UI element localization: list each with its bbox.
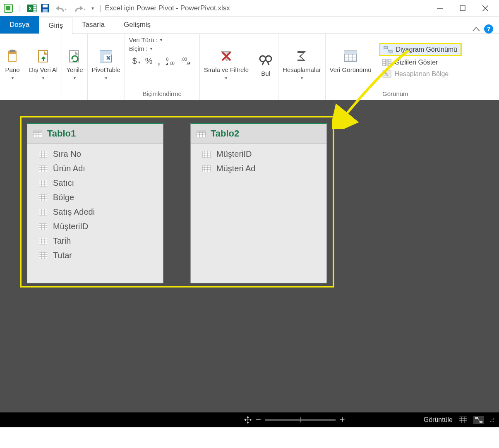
formatting-group-label: Biçimlendirme	[125, 89, 199, 100]
close-button[interactable]	[474, 0, 497, 17]
svg-rect-42	[344, 51, 357, 54]
svg-rect-60	[39, 151, 47, 158]
svg-text:.00: .00	[170, 61, 175, 66]
refresh-button[interactable]: Yenile▾	[62, 46, 87, 83]
calculation-area-button[interactable]: fx Hesaplanan Bölge	[379, 69, 462, 79]
decrease-decimal-button[interactable]: .00.0	[181, 57, 192, 66]
column-icon	[39, 165, 47, 172]
column-icon	[39, 180, 47, 187]
column-item[interactable]: Tarih	[39, 234, 163, 248]
clipboard-label: Pano	[5, 66, 19, 73]
column-icon	[39, 223, 47, 230]
ribbon: Pano▾ Dış Veri Al▾ Yenile▾ PivotTable▾ V…	[0, 34, 499, 100]
move-icon[interactable]	[244, 416, 252, 424]
increase-decimal-button[interactable]: .0.00	[166, 57, 176, 66]
window-title: Excel için Power Pivot - PowerPivot.xlsx	[105, 4, 230, 12]
minimize-button[interactable]	[428, 0, 451, 17]
svg-rect-10	[43, 9, 48, 12]
tab-design[interactable]: Tasarla	[72, 16, 114, 34]
svg-rect-18	[10, 50, 15, 52]
dataview-label: Veri Görünümü	[330, 66, 372, 73]
svg-rect-95	[39, 252, 47, 259]
column-icon	[39, 209, 47, 216]
svg-rect-111	[202, 165, 211, 172]
save-icon[interactable]	[39, 2, 51, 14]
format-dropdown[interactable]: Biçim : ▾	[129, 45, 162, 52]
pivot-label: PivotTable	[92, 66, 120, 73]
currency-button[interactable]: $ ▾	[132, 56, 140, 66]
collapse-ribbon-icon[interactable]	[473, 26, 480, 31]
app-icon[interactable]	[2, 2, 14, 14]
redo-icon[interactable]: ▾	[71, 2, 87, 14]
thousands-button[interactable]: ,	[157, 55, 160, 67]
column-item[interactable]: MüşteriID	[39, 219, 163, 234]
pivottable-button[interactable]: PivotTable▾	[88, 46, 125, 83]
zoom-slider[interactable]	[265, 419, 336, 421]
column-item[interactable]: Satış Adedi	[39, 205, 163, 219]
column-item[interactable]: MüşteriID	[202, 147, 326, 161]
zoom-control[interactable]: − +	[244, 414, 345, 425]
svg-rect-1	[6, 6, 10, 10]
hidden-label: Gizlileri Göster	[395, 59, 438, 66]
window-controls	[428, 0, 497, 17]
title-separator: |	[100, 4, 102, 12]
help-button[interactable]: ?	[484, 24, 493, 34]
svg-rect-105	[197, 130, 206, 132]
table-columns: MüşteriID Müşteri Ad	[191, 144, 326, 182]
calculations-button[interactable]: Hesaplamalar▾	[278, 46, 325, 83]
diagram-view-button[interactable]: Diyagram Görünümü	[379, 43, 462, 56]
clipboard-button[interactable]: Pano▾	[0, 46, 25, 83]
qat-separator: |	[19, 4, 21, 12]
svg-text:.0: .0	[166, 57, 169, 62]
svg-rect-19	[9, 54, 16, 61]
column-item[interactable]: Sıra No	[39, 147, 163, 161]
statusbar: − + Görüntüle	[0, 412, 499, 427]
table-header[interactable]: Tablo1	[27, 124, 163, 144]
grid-mode-icon[interactable]	[458, 416, 468, 424]
column-icon	[39, 252, 47, 259]
data-view-button[interactable]: Veri Görünümü	[326, 46, 376, 76]
maximize-button[interactable]	[451, 0, 474, 17]
show-hidden-button[interactable]: Gizlileri Göster	[379, 57, 462, 68]
excel-icon[interactable]: X	[26, 2, 38, 14]
column-item[interactable]: Ürün Adı	[39, 161, 163, 176]
find-button[interactable]: Bul	[253, 50, 278, 79]
table-card-tablo2[interactable]: Tablo2 MüşteriID Müşteri Ad	[190, 123, 327, 283]
qat-customize-icon[interactable]: ▾	[89, 2, 96, 14]
find-label: Bul	[261, 70, 270, 77]
svg-point-128	[493, 419, 494, 420]
tab-home[interactable]: Giriş	[39, 17, 72, 34]
column-item[interactable]: Müşteri Ad	[202, 161, 326, 176]
calcarea-label: Hesaplanan Bölge	[395, 70, 449, 78]
sort-filter-button[interactable]: Sırala ve Filtrele▾	[200, 46, 253, 83]
table-card-tablo1[interactable]: Tablo1 Sıra No Ürün Adı Satıcı Bölge Sat…	[27, 123, 163, 283]
svg-rect-59	[33, 130, 42, 132]
column-item[interactable]: Tutar	[39, 248, 163, 263]
svg-rect-90	[39, 238, 47, 244]
svg-rect-24	[100, 50, 112, 55]
zoom-out-button[interactable]: −	[256, 414, 261, 425]
diagram-canvas[interactable]: Tablo1 Sıra No Ürün Adı Satıcı Bölge Sat…	[0, 100, 499, 412]
svg-rect-44	[389, 50, 392, 53]
percent-button[interactable]: %	[145, 56, 153, 66]
sortfilter-label: Sırala ve Filtrele	[204, 66, 249, 73]
column-item[interactable]: Satıcı	[39, 176, 163, 190]
svg-rect-14	[460, 6, 465, 11]
diagram-mode-icon[interactable]	[473, 416, 484, 424]
datatype-dropdown[interactable]: Veri Türü : ▾	[129, 36, 162, 43]
svg-point-126	[493, 418, 494, 419]
svg-point-129	[490, 421, 491, 422]
column-item[interactable]: Bölge	[39, 190, 163, 205]
quick-access-toolbar: | X ▾ ▾ ▾	[2, 2, 96, 14]
svg-line-125	[478, 418, 480, 422]
table-header[interactable]: Tablo2	[191, 124, 326, 144]
svg-rect-9	[43, 5, 48, 7]
tab-file[interactable]: Dosya	[0, 16, 39, 34]
column-icon	[202, 165, 211, 172]
get-external-data-button[interactable]: Dış Veri Al▾	[25, 46, 62, 83]
resize-grip-icon[interactable]	[489, 417, 495, 423]
tab-advanced[interactable]: Gelişmiş	[114, 16, 160, 34]
zoom-in-button[interactable]: +	[340, 414, 345, 425]
undo-icon[interactable]: ▾	[53, 2, 69, 14]
svg-rect-80	[39, 209, 47, 216]
